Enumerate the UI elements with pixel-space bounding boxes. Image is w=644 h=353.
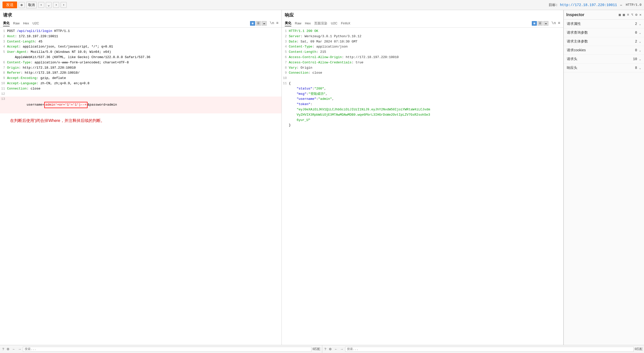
chevron-1: ⌄: [639, 31, 641, 35]
request-panel: 请求 美化 Raw Hex U2C ▦ ☰ ▬ \n ≡ 1 POST /api…: [0, 10, 282, 345]
response-code[interactable]: 1 HTTP/1.1 200 OK 2 Server: Werkzeug/3.0…: [282, 28, 563, 345]
resp-line-16: "eyJ0eXAiOiJKV1QiLCJhbGciOiJIUzI1NiJ9.ey…: [282, 107, 563, 112]
forward-btn-right[interactable]: →: [339, 347, 344, 351]
req-line-9: 8 Referer: http://172.18.197.220:10010/: [0, 70, 281, 76]
resp-line-12: "status":"200",: [282, 86, 563, 92]
target-label: 目标: http://172.18.197.220:10011 ✏: [549, 3, 622, 7]
resp-line-10: 10: [282, 76, 563, 81]
help-btn-right[interactable]: ?: [324, 347, 327, 351]
inspector-row-0[interactable]: 请求属性 2 ⌄: [564, 20, 644, 28]
nav-forward-button[interactable]: ›: [53, 2, 59, 8]
send-button[interactable]: 发送: [3, 2, 17, 8]
inspector-row-5[interactable]: 响应头 8 ⌄: [564, 64, 644, 72]
inspector-header: Inspector ▦ ▦ ≡ ⌥ ⚙ ✕: [564, 10, 644, 20]
inspector-count-1: 0: [635, 31, 637, 35]
settings-button[interactable]: ⚙: [19, 2, 25, 8]
tab-finfox-resp[interactable]: FinfoX: [341, 21, 350, 26]
match-count-left: 0匹配: [312, 347, 320, 351]
inspector-row-1[interactable]: 请求查询参数 0 ⌄: [564, 28, 644, 37]
toolbar: 发送 ⚙ 取消 ‹ ⌄ › › 目标: http://172.18.197.22…: [0, 0, 644, 10]
inspector-row-4[interactable]: 请求头 10 ⌄: [564, 55, 644, 64]
tab-u2c-resp[interactable]: U2C: [331, 21, 337, 26]
response-tools: ▦ ☰ ▬ \n ≡: [532, 21, 560, 26]
settings-btn-right[interactable]: ⚙: [328, 347, 333, 351]
tab-raw-req[interactable]: Raw: [13, 21, 20, 26]
req-line-6: AppleWebKit/537.36 (KHTML, like Gecko) C…: [0, 55, 281, 60]
view-single-resp[interactable]: ▬: [543, 21, 548, 26]
bottom-bar-left: ? ⚙ ← → 0匹配: [0, 345, 322, 353]
help-btn-left[interactable]: ?: [2, 347, 5, 351]
inspector-align-icon[interactable]: ≡: [627, 13, 629, 17]
resp-line-6: 6 Access-Control-Allow-Origin: http://17…: [282, 55, 563, 60]
resp-line-19: }: [282, 123, 563, 128]
view-split-req[interactable]: ▦: [250, 21, 255, 26]
request-code[interactable]: 1 POST /api/sqli/l1/login HTTP/1.1 2 Hos…: [0, 28, 281, 345]
inspector-icon-2[interactable]: ▦: [623, 13, 625, 17]
ln-toggle-resp[interactable]: \n: [551, 21, 556, 25]
target-url[interactable]: http://172.18.197.220:10011: [560, 3, 617, 7]
inspector-count-4: 10: [633, 57, 637, 61]
back-btn-right[interactable]: ←: [334, 347, 338, 351]
tab-hex-req[interactable]: Hex: [23, 21, 29, 26]
tab-hex-resp[interactable]: Hex: [305, 21, 311, 26]
inspector-label-1: 请求查询参数: [567, 30, 635, 35]
response-panel: 响应 美化 Raw Hex 页面渲染 U2C FinfoX ▦ ☰ ▬ \n ≡…: [282, 10, 564, 345]
search-input-right[interactable]: [345, 347, 634, 352]
nav-back-button[interactable]: ‹: [38, 2, 44, 8]
inspector-label-3: 请求cookies: [567, 48, 635, 53]
menu-req[interactable]: ≡: [276, 21, 278, 25]
inspector-label-2: 请求主体参数: [567, 39, 635, 44]
chevron-2: ⌄: [639, 40, 641, 43]
req-line-2: 2 Host: 172.18.197.220:10011: [0, 34, 281, 39]
tab-u2c-req[interactable]: U2C: [32, 21, 39, 26]
inspector-settings-icon[interactable]: ⚙: [635, 13, 637, 17]
request-title: 请求: [0, 10, 281, 19]
response-tabs: 美化 Raw Hex 页面渲染 U2C FinfoX ▦ ☰ ▬ \n ≡: [282, 19, 563, 28]
view-list-req[interactable]: ☰: [256, 21, 261, 26]
chevron-4: ⌄: [639, 57, 641, 61]
tab-beautify-req[interactable]: 美化: [3, 20, 10, 26]
cancel-button[interactable]: 取消: [26, 2, 37, 8]
view-icons-req: ▦ ☰ ▬: [250, 21, 267, 26]
chevron-0: ⌄: [639, 22, 641, 26]
view-single-req[interactable]: ▬: [262, 21, 267, 26]
req-line-3: 3 Content-Length: 45: [0, 39, 281, 45]
inspector-count-5: 8: [635, 66, 637, 70]
req-line-8: 7 Origin: http://172.18.197.220:10010: [0, 65, 281, 71]
chevron-3: ⌄: [639, 49, 641, 52]
tab-beautify-resp[interactable]: 美化: [285, 20, 291, 26]
request-tools: ▦ ☰ ▬ \n ≡: [250, 21, 278, 26]
edit-icon[interactable]: ✏: [620, 3, 622, 7]
request-comment: 在判断后使用')闭合掉Where，并注释掉后续的判断。: [0, 113, 281, 128]
tab-render-resp[interactable]: 页面渲染: [314, 21, 327, 26]
req-line-4: 4 Accept: application/json, text/javascr…: [0, 44, 281, 50]
menu-resp[interactable]: ≡: [558, 21, 560, 25]
resp-line-14: "username":"admin",: [282, 97, 563, 102]
resp-line-1: 1 HTTP/1.1 200 OK: [282, 29, 563, 34]
inspector-label-5: 响应头: [567, 66, 635, 70]
view-icons-resp: ▦ ☰ ▬: [532, 21, 548, 26]
inspector-close-icon[interactable]: ✕: [639, 13, 641, 17]
bottom-bars: ? ⚙ ← → 0匹配 ? ⚙ ← → 0匹配: [0, 345, 644, 353]
search-input-left[interactable]: [23, 347, 311, 352]
nav-forward2-button[interactable]: ›: [61, 2, 67, 8]
resp-line-3: 3 Date: Sat, 09 Mar 2024 07:10:30 GMT: [282, 39, 563, 45]
req-line-7: 6 Content-Type: application/x-www-form-u…: [0, 60, 281, 65]
req-line-1: 1 POST /api/sqli/l1/login HTTP/1.1: [0, 29, 281, 34]
settings-btn-left[interactable]: ⚙: [6, 347, 10, 351]
view-list-resp[interactable]: ☰: [538, 21, 543, 26]
inspector-row-3[interactable]: 请求cookies 0 ⌄: [564, 46, 644, 55]
nav-down-button[interactable]: ⌄: [46, 2, 52, 8]
inspector-split-icon[interactable]: ⌥: [631, 13, 633, 17]
ln-toggle-req[interactable]: \n: [270, 21, 274, 25]
view-split-resp[interactable]: ▦: [532, 21, 537, 26]
tab-raw-resp[interactable]: Raw: [295, 21, 301, 26]
inspector-count-0: 2: [635, 22, 637, 26]
forward-btn-left[interactable]: →: [17, 347, 22, 351]
req-line-10: 9 Accept-Encoding: gzip, deflate: [0, 76, 281, 81]
resp-line-17: VyZHVIX3RpbWUiOjE3MTAwMDAwMDB9.wqe6PbrL3…: [282, 112, 563, 118]
resp-line-2: 2 Server: Werkzeug/3.0.1 Python/3.10.12: [282, 34, 563, 39]
inspector-icon-1[interactable]: ▦: [619, 13, 621, 17]
inspector-row-2[interactable]: 请求主体参数 2 ⌄: [564, 37, 644, 46]
back-btn-left[interactable]: ←: [11, 347, 16, 351]
